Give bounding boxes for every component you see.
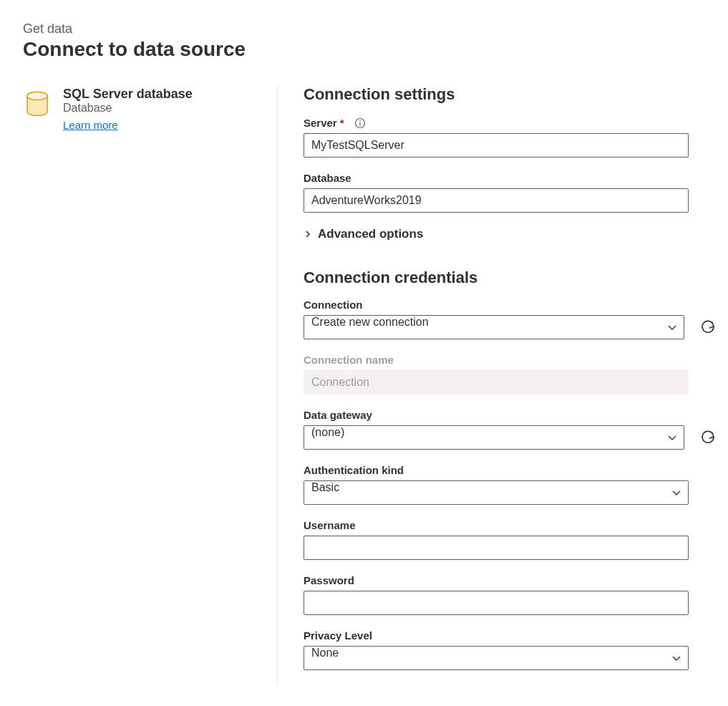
info-icon[interactable] — [354, 117, 366, 129]
server-label-text: Server — [304, 117, 337, 129]
auth-kind-label: Authentication kind — [304, 464, 716, 476]
advanced-options-toggle[interactable]: Advanced options — [304, 227, 716, 241]
server-label: Server * — [304, 117, 716, 129]
main-form: Connection settings Server * Database — [278, 84, 716, 685]
refresh-icon — [701, 430, 715, 446]
privacy-level-label: Privacy Level — [304, 629, 716, 642]
connection-select[interactable]: Create new connection — [304, 315, 684, 339]
svg-point-1 — [27, 92, 47, 100]
source-subtitle: Database — [63, 102, 193, 115]
connection-label: Connection — [304, 299, 716, 311]
breadcrumb: Get data — [23, 21, 728, 37]
connection-name-label: Connection name — [304, 354, 716, 366]
database-icon — [23, 87, 52, 121]
sidebar: SQL Server database Database Learn more — [23, 84, 278, 685]
page-title: Connect to data source — [23, 38, 728, 61]
svg-point-4 — [359, 120, 360, 121]
required-indicator: * — [340, 117, 344, 129]
password-label: Password — [304, 574, 716, 586]
learn-more-link[interactable]: Learn more — [63, 119, 118, 131]
database-label: Database — [304, 172, 716, 184]
connection-credentials-heading: Connection credentials — [304, 269, 716, 287]
chevron-right-icon — [304, 230, 312, 238]
auth-kind-select[interactable]: Basic — [304, 480, 689, 505]
gateway-select[interactable]: (none) — [304, 425, 684, 450]
connection-settings-heading: Connection settings — [304, 85, 716, 104]
username-input[interactable] — [304, 536, 689, 560]
username-label: Username — [304, 519, 716, 531]
refresh-icon — [701, 319, 715, 336]
privacy-level-select[interactable]: None — [304, 646, 689, 670]
advanced-options-label: Advanced options — [318, 227, 423, 241]
refresh-gateway-button[interactable] — [700, 430, 716, 445]
connection-name-input — [304, 370, 689, 395]
password-input[interactable] — [304, 591, 689, 615]
refresh-connection-button[interactable] — [700, 319, 716, 335]
database-input[interactable] — [304, 188, 689, 213]
gateway-label: Data gateway — [304, 409, 716, 421]
server-input[interactable] — [304, 133, 689, 158]
source-title: SQL Server database — [63, 87, 193, 102]
